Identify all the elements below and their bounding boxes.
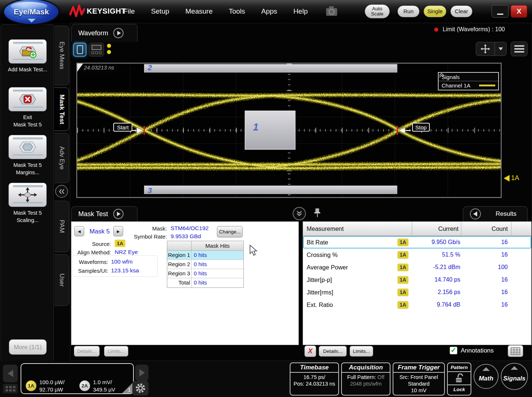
run-button[interactable]: Run xyxy=(397,6,419,17)
eye-mask-app-logo[interactable]: Eye/Mask xyxy=(3,0,60,25)
mask-hits-row[interactable]: Region 20 hits xyxy=(167,260,243,269)
results-row[interactable]: Jitter[p-p]1A14.740 ps16 xyxy=(303,273,531,286)
more-button[interactable]: More (1/1) xyxy=(9,339,47,355)
eye-diagram-plot[interactable]: 24.03213 ns 2 3 1 Start Stop Signals Cha… xyxy=(76,63,501,198)
results-collapse-button[interactable] xyxy=(470,208,481,219)
settings-gear-button[interactable] xyxy=(132,381,149,396)
mask-region-3-label: 3 xyxy=(148,186,152,195)
tab-pam[interactable]: PAM xyxy=(54,201,69,252)
frame-trigger-block[interactable]: Frame Trigger Src: Front Panel Standard … xyxy=(393,362,445,396)
waveform-run-button[interactable] xyxy=(113,28,124,38)
limit-text: Limit (Waveforms) : 100 xyxy=(443,26,505,33)
mask-details-button[interactable]: Details... xyxy=(74,346,100,357)
frame-trigger-level: 10 mV xyxy=(411,387,426,393)
marker-dot-icon[interactable] xyxy=(107,50,111,54)
mask-hits-row[interactable]: Region 30 hits xyxy=(167,269,243,278)
tab-mask-test[interactable]: Mask Test xyxy=(54,87,69,131)
mask-scaling-button[interactable] xyxy=(8,183,47,207)
marker-dot-icon[interactable] xyxy=(107,44,111,48)
channel-2a-badge[interactable]: 2A xyxy=(79,380,90,391)
delete-measurement-button[interactable]: X xyxy=(304,346,316,357)
column-count[interactable]: Count xyxy=(461,222,511,236)
clear-button[interactable]: Clear xyxy=(450,6,472,17)
results-row[interactable]: Ext. Ratio1A9.764 dB16 xyxy=(303,298,531,311)
keypad-button[interactable] xyxy=(3,384,18,393)
auto-scale-button[interactable]: Auto Scale xyxy=(365,4,390,18)
add-mask-test-button[interactable] xyxy=(8,39,47,64)
tab-adv-eye[interactable]: Adv Eye xyxy=(54,133,69,183)
close-button[interactable]: X xyxy=(511,5,527,18)
mask-margins-button[interactable] xyxy=(8,135,47,159)
symbol-rate-value[interactable]: 9.9533 GBd xyxy=(171,233,201,240)
mask-limits-button[interactable]: Limits... xyxy=(104,346,128,357)
logo-chevron-icon xyxy=(28,19,36,22)
gear-icon xyxy=(135,383,146,394)
channel-1a-badge[interactable]: 1A xyxy=(26,380,36,391)
menu-measure[interactable]: Measure xyxy=(185,7,213,15)
tab-user[interactable]: User xyxy=(54,254,69,306)
menu-apps[interactable]: Apps xyxy=(261,7,277,15)
waveforms-value[interactable]: 100 wfm xyxy=(111,258,133,265)
pan-tool-dropdown[interactable] xyxy=(495,47,506,50)
tab-eye-meas[interactable]: Eye Meas xyxy=(54,26,69,85)
exit-mask-test-button[interactable] xyxy=(8,87,47,111)
table-icon xyxy=(511,347,520,355)
next-mask-button[interactable]: ▶ xyxy=(113,226,123,236)
single-button[interactable]: Single xyxy=(424,6,446,17)
results-row[interactable]: Average Power1A-5.21 dBm100 xyxy=(303,261,531,273)
waveform-tab[interactable]: Waveform xyxy=(71,24,138,42)
source-badge[interactable]: 1A xyxy=(115,240,125,247)
channel-page-prev-button[interactable] xyxy=(3,365,18,382)
results-row[interactable]: Bit Rate1A9.950 Gb/s16 xyxy=(303,236,531,248)
mask-hits-table: Mask Hits Region 10 hitsRegion 20 hitsRe… xyxy=(167,241,244,288)
samples-ui-value[interactable]: 123.15 ksa xyxy=(111,267,139,274)
channel-page-next-button[interactable] xyxy=(135,365,149,381)
previous-mask-button[interactable]: ◀ xyxy=(74,226,84,236)
pan-tool-button[interactable] xyxy=(476,42,495,56)
collapse-sidebar-button[interactable] xyxy=(55,185,68,198)
mask-hits-row[interactable]: Total0 hits xyxy=(167,278,243,287)
lock-label: Lock xyxy=(448,385,471,393)
results-row[interactable]: Crossing %1A51.5 %16 xyxy=(303,248,531,261)
menu-file[interactable]: File xyxy=(124,7,135,15)
timebase-block[interactable]: Timebase 16.75 ps/ Pos: 24.03213 ns xyxy=(290,362,339,396)
split-display-button[interactable] xyxy=(89,43,104,57)
results-row[interactable]: Jitter[rms]1A2.156 ps16 xyxy=(303,286,531,298)
signals-button[interactable]: Signals xyxy=(501,363,528,390)
align-method-value[interactable]: NRZ Eye xyxy=(115,249,138,255)
menu-tools[interactable]: Tools xyxy=(229,7,245,15)
column-measurement[interactable]: Measurement xyxy=(303,222,412,236)
acquisition-points: 2048 pts/wfm xyxy=(350,381,382,387)
camera-icon[interactable] xyxy=(325,5,338,17)
stop-marker-label[interactable]: Stop xyxy=(412,123,430,132)
channel-status-panel[interactable]: 1A 100.0 µW/92.70 µW 2A 1.0 mV/349.5 µV … xyxy=(21,363,134,394)
mask-hits-row[interactable]: Region 10 hits xyxy=(167,251,243,260)
results-panel-tab[interactable]: Results xyxy=(463,206,528,221)
start-marker-label[interactable]: Start xyxy=(113,123,132,132)
pattern-lock-block[interactable]: Pattern Lock xyxy=(447,362,471,396)
math-button[interactable]: Math xyxy=(474,364,499,389)
menu-setup[interactable]: Setup xyxy=(151,7,169,15)
minimize-button[interactable] xyxy=(492,5,508,18)
mask-test-run-button[interactable] xyxy=(113,209,124,219)
pin-icon[interactable] xyxy=(314,208,321,219)
dropdown-arrow-icon xyxy=(499,47,503,50)
mask-test-panel-tab[interactable]: Mask Test xyxy=(71,206,138,221)
mask-value[interactable]: STM64/OC192 xyxy=(171,225,208,232)
results-grid-view-button[interactable] xyxy=(508,345,523,357)
channel-marker-triangle-icon xyxy=(504,175,510,182)
acquisition-block[interactable]: Acquisition Full Pattern: Off 2048 pts/w… xyxy=(341,362,390,396)
menu-help[interactable]: Help xyxy=(293,7,308,15)
single-display-button[interactable] xyxy=(73,43,86,57)
collapse-panel-button[interactable] xyxy=(293,207,306,220)
collapse-chevron-up-icon[interactable] xyxy=(439,73,444,78)
column-current[interactable]: Current xyxy=(412,222,461,236)
signals-legend[interactable]: Signals Channel 1A xyxy=(438,72,499,90)
results-details-button[interactable]: Details... xyxy=(319,346,347,357)
display-menu-button[interactable] xyxy=(511,42,528,56)
mask-name[interactable]: Mask 5 xyxy=(87,228,113,235)
results-limits-button[interactable]: Limits... xyxy=(350,346,373,357)
change-mask-button[interactable]: Change... xyxy=(217,226,243,237)
annotations-checkbox[interactable]: ✓ xyxy=(450,347,457,354)
menu-bar: FileSetupMeasureToolsAppsHelp xyxy=(124,0,308,23)
